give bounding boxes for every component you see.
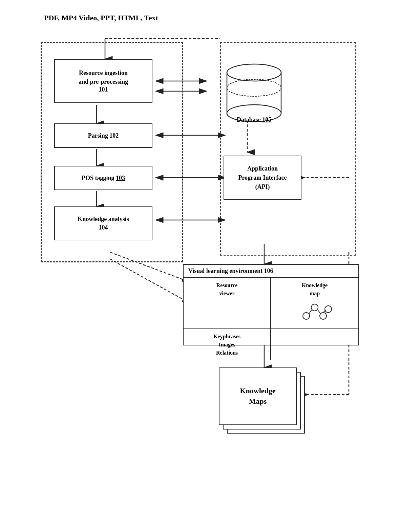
vle-box: Visual learning environment 106 Resource… [183, 264, 359, 345]
parsing-box: Parsing 102 [54, 123, 152, 148]
vle-keyphrases: KeyphrasesImagesRelations [184, 329, 271, 360]
vle-title: Visual learning environment 106 [184, 265, 358, 278]
parsing-label: Parsing 102 [88, 132, 119, 139]
knowledge-maps-stack: KnowledgeMaps [217, 367, 312, 445]
svg-line-35 [318, 310, 320, 314]
api-box: ApplicationProgram Interface(API) [224, 156, 301, 200]
svg-point-27 [227, 64, 281, 81]
top-label: PDF, MP4 Video, PPT, HTML, Text [44, 14, 396, 22]
api-label: ApplicationProgram Interface(API) [238, 164, 287, 192]
svg-point-32 [320, 313, 327, 319]
vle-empty [271, 329, 358, 360]
database-cylinder: Database 105 [224, 56, 285, 123]
database-label: Database 105 [224, 116, 285, 123]
km-label: KnowledgeMaps [240, 386, 275, 407]
pos-label: POS tagging 103 [82, 175, 125, 182]
page: PDF, MP4 Video, PPT, HTML, Text [24, 14, 396, 503]
knowledge-box: Knowledge analysis104 [54, 206, 152, 240]
vle-resource-viewer: Resourceviewer [184, 278, 271, 329]
svg-point-33 [325, 306, 332, 313]
svg-line-21 [110, 259, 190, 303]
svg-line-34 [309, 310, 312, 314]
svg-line-20 [110, 252, 190, 282]
vle-grid: Resourceviewer Knowledgemap [184, 278, 358, 360]
pos-box: POS tagging 103 [54, 166, 152, 190]
vle-knowledge-map-cell: Knowledgemap [271, 278, 358, 329]
knowledge-label: Knowledge analysis104 [78, 215, 129, 232]
svg-point-31 [311, 304, 318, 311]
ingestion-label: Resource ingestionand pre-processing [79, 69, 128, 86]
diagram: Resource ingestionand pre-processing 101… [24, 28, 396, 476]
ingestion-ref: 101 [99, 86, 108, 93]
ingestion-box: Resource ingestionand pre-processing 101 [54, 59, 152, 103]
svg-point-30 [303, 313, 310, 319]
